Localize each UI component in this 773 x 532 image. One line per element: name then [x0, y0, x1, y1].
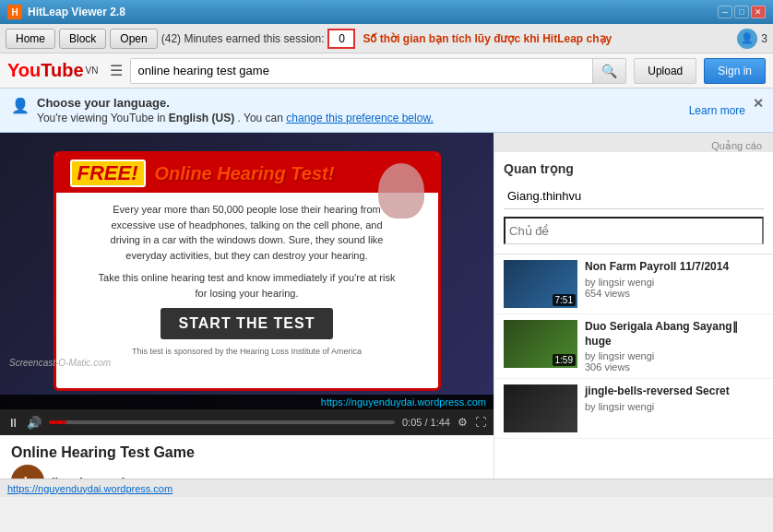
maximize-button[interactable]: □	[734, 6, 749, 18]
sponsored-text: This test is sponsored by the Hearing Lo…	[75, 347, 420, 356]
app-icon: H	[7, 5, 22, 19]
toolbar-right: 👤 3	[737, 29, 767, 49]
video-title: Online Hearing Test Game	[11, 444, 482, 461]
time-display: 0:05 / 1:44	[402, 417, 450, 428]
related-title-2: Duo Serigala Abang Sayang‖ huge	[585, 320, 764, 349]
related-thumb-3	[504, 384, 577, 432]
browser-bar: YouTube VN ☰ 🔍 Upload Sign in	[0, 53, 773, 89]
start-test-button[interactable]: START THE TEST	[161, 308, 334, 339]
banner-close-button[interactable]: ✕	[753, 96, 764, 111]
learn-more-link[interactable]: Learn more	[689, 104, 745, 117]
volume-icon[interactable]: 🔊	[27, 416, 42, 430]
sidebar-ad: Quảng cáo Quan trọng	[494, 133, 773, 254]
free-badge: FREE!	[70, 160, 146, 187]
open-button[interactable]: Open	[110, 29, 157, 49]
related-info-2: Duo Serigala Abang Sayang‖ huge by lings…	[585, 320, 764, 372]
video-card-header: FREE! Online Hearing Test!	[56, 154, 438, 193]
video-info: Online Hearing Test Game L lingsir wengi	[0, 435, 494, 479]
play-button[interactable]: ⏸	[7, 416, 19, 430]
video-controls: ⏸ 🔊 0:05 / 1:44 ⚙ ⛶	[0, 409, 494, 435]
block-button[interactable]: Block	[59, 29, 106, 49]
status-link[interactable]: https://nguyenduydai.wordpress.com	[7, 483, 172, 494]
yt-logo-text: YouTube	[7, 60, 84, 81]
lang-body-text: You're viewing YouTube in	[37, 112, 166, 124]
related-title-1: Non Farm Payroll 11/7/2014	[585, 260, 764, 275]
video-section: FREE! Online Hearing Test! Every year mo…	[0, 133, 494, 479]
status-bar: https://nguyenduydai.wordpress.com	[0, 479, 773, 497]
main-content: FREE! Online Hearing Test! Every year mo…	[0, 133, 773, 479]
close-button[interactable]: ✕	[751, 6, 766, 18]
search-button[interactable]: 🔍	[592, 59, 625, 83]
minimize-button[interactable]: ─	[718, 6, 732, 18]
user-count: 3	[761, 32, 767, 45]
related-channel-3: by lingsir wengi	[585, 401, 764, 412]
search-bar: 🔍	[130, 58, 627, 84]
related-views-1: 654 views	[585, 288, 764, 299]
language-banner-content: Choose your language. You're viewing You…	[37, 96, 434, 124]
language-banner-body: You're viewing YouTube in English (US) .…	[37, 112, 434, 124]
toolbar: Home Block Open (42) Minutes earned this…	[0, 24, 773, 53]
screencast-label: Screencast-O-Matic.com	[9, 358, 111, 368]
gui-toi-input[interactable]	[504, 183, 764, 209]
app-title: HitLeap Viewer 2.8	[28, 6, 125, 18]
related-video-3[interactable]: jingle-bells-reversed Secret by lingsir …	[494, 379, 773, 439]
language-banner-title: Choose your language.	[37, 96, 434, 110]
video-card-body: Every year more than 50,000 people lose …	[75, 202, 420, 263]
menu-icon[interactable]: ☰	[110, 62, 123, 79]
video-player: FREE! Online Hearing Test! Every year mo…	[0, 133, 494, 409]
language-icon: 👤	[11, 97, 30, 114]
channel-avatar: L	[11, 465, 44, 479]
watermark: https://nguyenduydai.wordpress.com	[0, 395, 494, 409]
related-info-3: jingle-bells-reversed Secret by lingsir …	[585, 384, 764, 432]
minutes-label: (42) Minutes earned this session:	[161, 32, 325, 45]
lang-language: English (US)	[169, 112, 234, 124]
youtube-logo: YouTube VN	[7, 60, 99, 81]
video-card-body2: Take this online hearing test and know i…	[75, 270, 420, 301]
related-thumb-2: 1:59	[504, 320, 577, 368]
sidebar-ad-inner: Quan trọng	[494, 152, 773, 254]
video-content: FREE! Online Hearing Test! Every year mo…	[0, 133, 494, 409]
title-bar-left: H HitLeap Viewer 2.8	[7, 5, 125, 19]
minutes-input[interactable]	[327, 29, 355, 49]
video-card: FREE! Online Hearing Test! Every year mo…	[54, 151, 441, 391]
user-area: 👤 3	[737, 29, 767, 49]
related-video-2[interactable]: 1:59 Duo Serigala Abang Sayang‖ huge by …	[494, 314, 773, 379]
title-bar: H HitLeap Viewer 2.8 ─ □ ✕	[0, 0, 773, 24]
related-views-2: 306 views	[585, 361, 764, 372]
home-button[interactable]: Home	[6, 29, 55, 49]
related-video-1[interactable]: 7:51 Non Farm Payroll 11/7/2014 by lings…	[494, 254, 773, 314]
language-banner: 👤 Choose your language. You're viewing Y…	[0, 89, 773, 133]
ear-icon	[378, 163, 424, 219]
upload-button[interactable]: Upload	[634, 58, 696, 84]
chu-de-input[interactable]	[504, 217, 764, 244]
duration-badge-1: 7:51	[553, 294, 576, 306]
fullscreen-icon[interactable]: ⛶	[475, 416, 486, 429]
progress-bar[interactable]	[49, 420, 395, 424]
channel-row: L lingsir wengi	[11, 465, 482, 479]
related-title-3: jingle-bells-reversed Secret	[585, 384, 764, 399]
lang-body-suffix: . You can	[238, 112, 283, 124]
related-channel-2: by lingsir wengi	[585, 350, 764, 361]
yt-region: VN	[86, 65, 99, 76]
search-input[interactable]	[131, 59, 593, 83]
ad-label: Quảng cáo	[505, 140, 762, 152]
sidebar: Quảng cáo Quan trọng 7:51 Non Farm Payro…	[494, 133, 773, 479]
change-language-link[interactable]: change this preference below.	[286, 112, 433, 124]
settings-icon[interactable]: ⚙	[458, 416, 468, 429]
window-controls: ─ □ ✕	[718, 6, 766, 18]
duration-badge-2: 1:59	[553, 354, 576, 366]
related-videos-list: 7:51 Non Farm Payroll 11/7/2014 by lings…	[494, 254, 773, 439]
quan-trong-label: Quan trọng	[504, 161, 764, 176]
ot-title: Online Hearing Test!	[155, 163, 335, 184]
signin-button[interactable]: Sign in	[704, 58, 766, 84]
session-message: Số thời gian bạn tích lũy được khi HitLe…	[363, 32, 612, 45]
progress-fill	[49, 420, 66, 424]
user-avatar-icon: 👤	[737, 29, 757, 49]
related-thumb-1: 7:51	[504, 260, 577, 308]
related-channel-1: by lingsir wengi	[585, 277, 764, 288]
related-info-1: Non Farm Payroll 11/7/2014 by lingsir we…	[585, 260, 764, 308]
